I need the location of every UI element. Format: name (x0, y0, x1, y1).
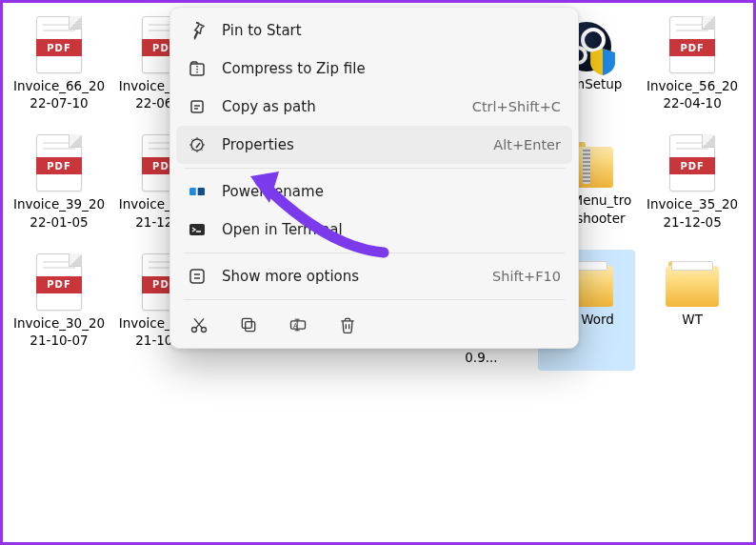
svg-point-2 (191, 139, 203, 151)
svg-rect-10 (246, 322, 255, 332)
svg-rect-4 (197, 188, 205, 195)
menu-label: Open in Terminal (222, 221, 561, 238)
powerrename-icon (188, 182, 207, 201)
menu-label: Copy as path (222, 98, 457, 115)
menu-compress[interactable]: Compress to Zip file (176, 50, 572, 88)
file-label: WT (646, 311, 739, 328)
properties-icon (188, 135, 207, 154)
copy-path-icon (188, 97, 207, 116)
copy-button[interactable] (237, 313, 260, 336)
menu-label: PowerRename (222, 183, 561, 200)
svg-rect-11 (242, 318, 251, 328)
file-label: Invoice_35_2021-12-05 (646, 195, 739, 230)
pdf-icon: PDF (36, 16, 82, 73)
zip-icon (188, 59, 207, 78)
file-label: Invoice_39_2022-01-05 (12, 195, 106, 230)
file-item[interactable]: PDF Invoice_66_2022-07-10 (10, 12, 108, 115)
menu-show-more[interactable]: Show more options Shift+F10 (176, 257, 572, 295)
pdf-icon: PDF (36, 253, 82, 311)
menu-divider (184, 168, 565, 169)
pdf-icon: PDF (36, 134, 82, 192)
terminal-icon (188, 220, 207, 239)
rename-button[interactable]: A (287, 313, 309, 336)
file-item[interactable]: PDF Invoice_56_2022-04-10 (644, 12, 741, 115)
folder-icon (666, 263, 719, 307)
pdf-icon: PDF (669, 134, 715, 192)
menu-properties[interactable]: Properties Alt+Enter (176, 126, 572, 164)
menu-label: Pin to Start (222, 22, 561, 39)
pin-icon (188, 21, 207, 40)
svg-rect-6 (189, 224, 205, 235)
context-menu: Pin to Start Compress to Zip file Copy a… (169, 7, 579, 349)
menu-shortcut: Alt+Enter (493, 137, 561, 152)
menu-shortcut: Ctrl+Shift+C (472, 99, 561, 114)
file-item[interactable]: PDFInvoice_30_2021-10-07 (10, 250, 108, 371)
menu-copy-path[interactable]: Copy as path Ctrl+Shift+C (176, 88, 572, 126)
file-item[interactable]: PDFInvoice_35_2021-12-05 (644, 131, 741, 233)
menu-divider (184, 252, 565, 253)
menu-action-row: A (176, 304, 572, 338)
cut-button[interactable] (188, 313, 210, 336)
delete-button[interactable] (336, 313, 359, 336)
file-item[interactable]: PDFInvoice_39_2022-01-05 (10, 131, 108, 233)
menu-label: Properties (222, 136, 478, 153)
menu-shortcut: Shift+F10 (492, 269, 561, 284)
menu-pin-to-start[interactable]: Pin to Start (176, 11, 572, 50)
svg-text:A: A (293, 322, 298, 330)
menu-powerrename[interactable]: PowerRename (176, 172, 572, 211)
svg-rect-7 (190, 270, 204, 283)
show-more-icon (188, 267, 207, 286)
menu-label: Compress to Zip file (222, 60, 561, 77)
svg-rect-5 (196, 186, 198, 197)
menu-divider (184, 299, 565, 300)
pdf-icon: PDF (669, 16, 715, 73)
file-label: Invoice_56_2022-04-10 (646, 77, 739, 111)
menu-label: Show more options (222, 268, 477, 285)
file-label: Invoice_30_2021-10-07 (12, 314, 106, 349)
menu-open-terminal[interactable]: Open in Terminal (176, 211, 572, 249)
file-label: Invoice_66_2022-07-10 (12, 77, 106, 111)
file-item[interactable]: WT (644, 250, 741, 371)
svg-rect-1 (191, 101, 203, 112)
